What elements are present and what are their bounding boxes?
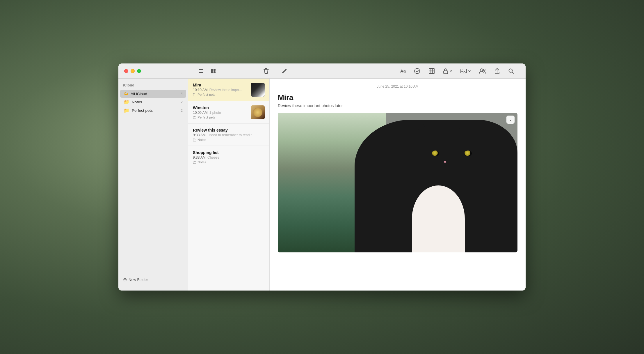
- note-detail-subtitle: Review these important photos later: [278, 103, 517, 108]
- note-info-shopping-list: Shopping list 9:33 AM Cheese Notes: [193, 150, 265, 164]
- note-meta-mira: 10:10 AM Review these impo…: [193, 88, 248, 92]
- cat-ear-right: [453, 124, 460, 130]
- share-button[interactable]: [493, 67, 501, 75]
- lock-icon: [443, 68, 448, 74]
- note-folder-shopping-list: Notes: [193, 160, 265, 164]
- sidebar-bottom: ⊕ New Folder: [118, 273, 188, 286]
- share-icon: [494, 68, 500, 74]
- folder-small-icon-sl: [193, 161, 196, 164]
- note-folder-label-shopping-list: Notes: [198, 160, 206, 164]
- cat-chest-shape: [412, 185, 465, 252]
- sidebar-count-notes: 2: [181, 100, 183, 104]
- image-expand-button[interactable]: ⌄: [506, 116, 515, 124]
- collaboration-button[interactable]: [478, 67, 487, 75]
- svg-point-17: [483, 69, 485, 71]
- note-item-review-essay[interactable]: Review this essay 9:33 AM I need to reme…: [188, 124, 269, 146]
- table-button[interactable]: [427, 67, 436, 75]
- folder-icon-notes: 📁: [124, 99, 129, 105]
- note-item-shopping-list[interactable]: Shopping list 9:33 AM Cheese Notes: [188, 146, 269, 168]
- sidebar-item-notes[interactable]: 📁 Notes 2: [120, 98, 186, 106]
- note-item-winston[interactable]: Winston 10:09 AM 1 photo Perfect pets: [188, 101, 269, 124]
- note-folder-winston: Perfect pets: [193, 116, 248, 119]
- svg-rect-1: [199, 71, 203, 71]
- note-title-review-essay: Review this essay: [193, 128, 265, 132]
- folder-icon-perfect-pets: 📁: [124, 108, 129, 113]
- cat-nose: [444, 161, 446, 163]
- sidebar: iCloud 🗂 All iCloud 4 📁 Notes 2 📁 Perfec…: [118, 79, 188, 291]
- sidebar-item-all-icloud[interactable]: 🗂 All iCloud 4: [120, 90, 186, 98]
- svg-rect-4: [214, 69, 216, 71]
- window-toolbar: Aa: [118, 63, 526, 79]
- note-info-mira: Mira 10:10 AM Review these impo… Perfect…: [193, 83, 248, 96]
- svg-rect-2: [199, 72, 203, 73]
- lock-chevron-icon: [449, 70, 452, 72]
- note-preview-review-essay: I need to remember to read t…: [207, 133, 255, 137]
- note-folder-label-mira: Perfect pets: [198, 93, 215, 96]
- note-preview-mira: Review these impo…: [209, 88, 242, 92]
- note-time-winston: 10:09 AM: [193, 111, 208, 115]
- sidebar-label-perfect-pets: Perfect pets: [132, 108, 178, 113]
- search-button[interactable]: [507, 67, 515, 75]
- sidebar-item-perfect-pets[interactable]: 📁 Perfect pets 2: [120, 106, 186, 115]
- note-detail-title: Mira: [278, 93, 517, 102]
- note-meta-shopping-list: 9:33 AM Cheese: [193, 155, 265, 160]
- new-folder-button[interactable]: ⊕ New Folder: [123, 277, 148, 282]
- minimize-button[interactable]: [131, 69, 135, 73]
- folder-small-icon-w: [193, 116, 196, 119]
- svg-rect-6: [214, 71, 216, 73]
- app-window: Aa: [118, 63, 526, 291]
- media-chevron-icon: [468, 70, 471, 72]
- note-meta-review-essay: 9:33 AM I need to remember to read t…: [193, 133, 265, 137]
- notes-list-toolbar-section: [193, 67, 274, 75]
- note-meta-winston: 10:09 AM 1 photo: [193, 111, 248, 115]
- add-media-button[interactable]: [459, 67, 472, 75]
- close-button[interactable]: [124, 69, 128, 73]
- list-view-button[interactable]: [197, 67, 205, 75]
- collab-icon: [479, 68, 486, 74]
- main-layout: iCloud 🗂 All iCloud 4 📁 Notes 2 📁 Perfec…: [118, 79, 526, 291]
- svg-rect-5: [211, 71, 213, 73]
- new-folder-icon: ⊕: [123, 277, 127, 282]
- svg-rect-8: [429, 68, 434, 74]
- folder-icon-all-icloud: 🗂: [124, 91, 128, 96]
- svg-rect-0: [199, 69, 203, 70]
- checklist-button[interactable]: [413, 67, 421, 75]
- folder-small-icon: [193, 93, 196, 96]
- grid-view-button[interactable]: [209, 67, 217, 75]
- note-detail-content: June 25, 2021 at 10:10 AM Mira Review th…: [270, 79, 526, 291]
- text-format-button[interactable]: Aa: [399, 67, 407, 75]
- sidebar-count-all-icloud: 4: [181, 92, 183, 96]
- note-title-mira: Mira: [193, 83, 248, 87]
- folder-small-icon-re: [193, 138, 196, 141]
- cat-face-area: [417, 141, 484, 180]
- note-image-container: ⌄: [278, 113, 517, 252]
- cat-photo: [278, 113, 517, 252]
- note-time-shopping-list: 9:33 AM: [193, 155, 206, 160]
- svg-point-7: [414, 68, 420, 74]
- note-item-mira[interactable]: Mira 10:10 AM Review these impo… Perfect…: [188, 79, 269, 101]
- cat-ear-left: [418, 123, 426, 130]
- svg-rect-14: [461, 69, 467, 73]
- list-view-icon: [198, 68, 204, 74]
- maximize-button[interactable]: [137, 69, 141, 73]
- note-folder-mira: Perfect pets: [193, 93, 248, 96]
- note-detail-toolbar-section: Aa: [274, 67, 521, 75]
- compose-icon: [281, 68, 287, 74]
- compose-button[interactable]: [280, 67, 288, 75]
- lock-button[interactable]: [442, 67, 453, 75]
- note-title-shopping-list: Shopping list: [193, 150, 265, 155]
- note-title-winston: Winston: [193, 105, 248, 110]
- grid-view-icon: [210, 68, 216, 74]
- sidebar-count-perfect-pets: 2: [181, 109, 183, 113]
- svg-point-16: [481, 69, 483, 71]
- svg-rect-3: [211, 69, 213, 71]
- checklist-icon: [414, 68, 420, 74]
- note-info-review-essay: Review this essay 9:33 AM I need to reme…: [193, 128, 265, 141]
- sidebar-section-label: iCloud: [118, 83, 188, 90]
- cat-right-eye: [464, 151, 472, 156]
- media-icon: [460, 68, 467, 74]
- delete-button[interactable]: [262, 67, 270, 75]
- cat-left-eye: [432, 151, 439, 156]
- traffic-lights-area: [123, 69, 193, 73]
- trash-icon: [263, 68, 269, 74]
